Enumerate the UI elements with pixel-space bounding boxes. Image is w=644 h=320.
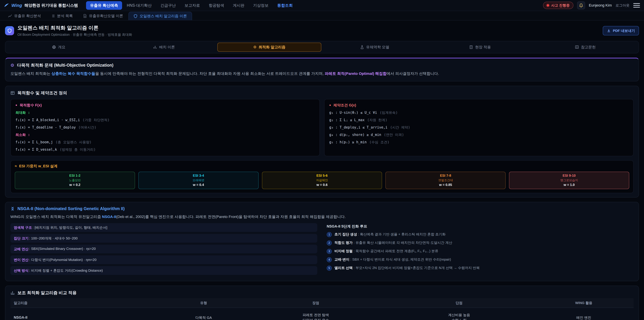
sub-tab-bar: 유출유 확산분석 분석 목록 유출유확산모델 이론 오일펜스 배치 알고리즘 이…: [0, 11, 644, 21]
esi-shore-type: 맹그로브습지: [511, 178, 628, 182]
step-lead: 교배·변이: [334, 257, 349, 261]
param-value: : 다항식 변이(Polynomial Mutation) · ηm=20: [29, 257, 96, 262]
nsga-text: (Deb et al., 2002)를 핵심 엔진으로 사용합니다. 파레토 전…: [116, 215, 346, 219]
nav-item-aerial-search[interactable]: 항공탐색: [204, 1, 228, 10]
formula-note: (여유시간): [78, 125, 96, 129]
step-lead: 적합도 평가: [334, 241, 353, 244]
cons-cell: 계산비용 높음 수렴 느림: [384, 308, 534, 320]
tab-deployment-theory[interactable]: 배치 이론: [112, 43, 216, 52]
document-icon: [83, 14, 87, 18]
step-lead: 비지배 정렬: [334, 249, 353, 253]
param-value: : 100~200개체 · 세대수 50~200: [29, 236, 78, 241]
tab-hydrodynamic-model[interactable]: 유체역학 모델: [323, 43, 427, 52]
tab-spill-analysis[interactable]: 유출유 확산분석: [3, 12, 46, 20]
loop-step-4: 4교배·변이 : SBX + 다항식 변이로 자식 세대 생성, 제약조건 위반…: [327, 257, 634, 262]
tab-label: 분석 목록: [57, 14, 73, 19]
wing-logo-icon: [4, 3, 9, 8]
esi-range: ESI 1-2: [16, 174, 133, 178]
esi-weight: w = 1.0: [511, 183, 628, 187]
algorithm-comparison-section: 보조 최적화 알고리즘 비교 적용 알고리즘 유형 장점 단점 WING 활용 …: [5, 286, 639, 320]
param-label: 염색체 구조: [14, 225, 32, 230]
esi-tiles: ESI 1-2 노출암반 w = 0.2 ESI 3-4 모래해변 w = 0.…: [15, 172, 629, 189]
pdf-export-button[interactable]: PDF 내보내기: [603, 26, 639, 36]
step-number-badge: 2: [327, 240, 332, 245]
nav-item-board[interactable]: 게시판: [229, 1, 248, 10]
step-number-badge: 3: [327, 249, 332, 254]
nsga-description: WING의 오일펜스 배치 최적화는 다목적 유전알고리즘 NSGA-II(De…: [10, 214, 634, 220]
tab-label: 유출유 확산분석: [14, 14, 41, 19]
param-label: 선택 방식: [14, 268, 28, 273]
app-brand[interactable]: Wing 해양환경 위기대응 통합시스템: [4, 3, 78, 8]
main-content: 오일펜스 배치 최적화 알고리즘 이론 Oil Boom Deployment …: [0, 21, 644, 320]
algorithm-name-cell: NSGA-II: [10, 308, 160, 320]
tab-field-application[interactable]: 현장 적용: [428, 43, 532, 52]
trend-chart-icon: [8, 14, 12, 18]
book-icon: [575, 45, 579, 49]
chart-bars-icon: [153, 45, 157, 49]
nav-item-rescue[interactable]: 긴급구난: [156, 1, 180, 10]
column-header-pros: 장점: [247, 298, 384, 308]
menu-button[interactable]: [633, 2, 640, 9]
param-row-population: 집단 크기 : 100~200개체 · 세대수 50~200: [10, 234, 317, 243]
formula-note: (수심 조건): [369, 140, 390, 144]
esi-weight: w = 0.85: [387, 183, 504, 187]
formula: g₃ : T_deploy,i ≤ T_arrive,i: [329, 125, 388, 129]
nav-item-integrated-search[interactable]: 통합조회: [273, 1, 297, 10]
nav-item-spill-prediction[interactable]: 유출유 확산예측: [86, 1, 122, 10]
step-text: 교배·변이 : SBX + 다항식 변이로 자식 세대 생성, 제약조건 위반 …: [334, 257, 451, 262]
esi-tile-1-2: ESI 1-2 노출암반 w = 0.2: [15, 172, 135, 189]
tab-overview[interactable]: 개요: [7, 43, 111, 52]
formula: f₄(x) = Σ D_vessel,k: [16, 148, 57, 152]
constraint-g4: g₄ : d(pᵢ, shore) ≥ d_min(연안 이격): [329, 132, 628, 137]
tab-diffusion-model-theory[interactable]: 유출유확산모델 이론: [78, 12, 128, 20]
logout-link[interactable]: 로그아웃: [616, 3, 630, 8]
page-subtitle: Oil Boom Deployment Optimization · 유출유 확…: [18, 32, 132, 37]
formula: f₂(x) = T_deadline - T_deploy: [16, 125, 76, 129]
esi-tile-7-8: ESI 7-8 갯벌조간대 w = 0.85: [386, 172, 506, 189]
loop-step-5: 5엘리트 선택 : 부모+자식 2N 집단에서 비지배 정렬+혼잡도 기준으로 …: [327, 265, 634, 271]
esi-range: ESI 9-10: [511, 174, 628, 178]
intro-text: 오일펜스 배치 최적화는: [10, 72, 52, 76]
page-title: 오일펜스 배치 최적화 알고리즘 이론: [18, 25, 132, 31]
esi-range: ESI 5-6: [264, 174, 380, 178]
nav-item-reports[interactable]: 보고자료: [180, 1, 204, 10]
shield-icon: [134, 14, 138, 18]
tab-optimization-algorithm[interactable]: ⚙ 최적화 알고리즘: [217, 43, 321, 52]
top-nav: Wing 해양환경 위기대응 통합시스템 유출유 확산예측 HNS·대기확산 긴…: [0, 0, 644, 11]
constraint-g5: g₅ : h(pᵢ) ≥ h_min(수심 조건): [329, 140, 628, 144]
nav-item-weather[interactable]: 기상정보: [249, 1, 272, 10]
gear-icon: ⚙: [10, 63, 14, 68]
incident-badge-label: 사고 진행중: [551, 3, 570, 8]
tab-boom-algorithm-theory[interactable]: 오일펜스 배치 알고리즘 이론: [128, 12, 192, 20]
main-nav: 유출유 확산예측 HNS·대기확산 긴급구난 보고자료 항공탐색 게시판 기상정…: [86, 1, 297, 10]
user-name: Eunjeong Kim: [589, 3, 612, 8]
param-label: 집단 크기: [14, 236, 28, 241]
formula: g₁ : U·sin(θᵢ) ≤ U_c ∀i: [329, 111, 377, 115]
esi-weight: w = 0.6: [264, 183, 380, 187]
param-label: 교배 연산: [14, 247, 28, 251]
flask-icon: [360, 45, 364, 49]
loop-step-1: 1초기 집단 생성 : 확산예측 결과 기반 샘플 + 휴리스틱 배치안 혼합 …: [327, 232, 634, 237]
tab-analysis-list[interactable]: 분석 목록: [46, 12, 78, 20]
loop-title: NSGA-II 5단계 진화 루프: [327, 224, 634, 229]
notifications-button[interactable]: [577, 1, 585, 10]
page-header-left: 오일펜스 배치 최적화 알고리즘 이론 Oil Boom Deployment …: [5, 25, 132, 37]
esi-range: ESI 3-4: [140, 174, 257, 178]
objective-function-icon: ●: [16, 103, 17, 107]
maximize-label: 최대화 :: [16, 110, 315, 115]
constraint-g1: g₁ : U·sin(θᵢ) ≤ U_c ∀i(임계유속): [329, 110, 628, 115]
param-row-mutation: 변이 연산 : 다항식 변이(Polynomial Mutation) · ηm…: [10, 255, 317, 264]
section-heading: 목적함수 및 제약조건 정의: [10, 90, 634, 96]
nav-right: 사고 진행중 Eunjeong Kim 로그아웃: [543, 1, 640, 10]
panel-title: ● 제약조건 G(x): [329, 103, 628, 108]
gear-icon: ⚙: [253, 45, 256, 49]
nav-item-hns[interactable]: HNS·대기확산: [123, 1, 156, 10]
tab-label: 참고문헌: [581, 45, 596, 50]
param-value: : SBX(Simulated Binary Crossover) · ηc=2…: [29, 247, 96, 251]
highlight-objectives: 상충하는 복수 목적함수들: [52, 72, 95, 76]
incident-status-badge: 사고 진행중: [543, 2, 574, 9]
step-number-badge: 1: [327, 232, 332, 237]
multi-objective-section: ⚙ 다목적 최적화 문제 (Multi-Objective Optimizati…: [5, 58, 639, 81]
globe-icon: [52, 45, 56, 49]
tab-references[interactable]: 참고문헌: [533, 43, 637, 52]
